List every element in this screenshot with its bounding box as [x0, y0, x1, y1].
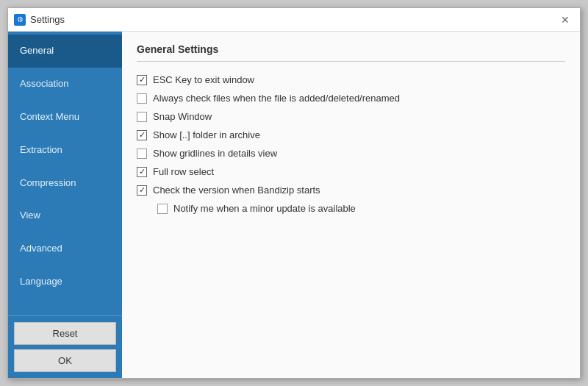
label-check-version: Check the version when Bandizip starts: [153, 185, 320, 196]
label-show-gridlines: Show gridlines in details view: [153, 148, 277, 159]
content-area: General Association Context Menu Extract…: [8, 32, 580, 378]
label-check-files: Always check files when the file is adde…: [153, 93, 400, 104]
reset-button[interactable]: Reset: [14, 322, 116, 345]
setting-row-snap-window: Snap Window: [137, 107, 565, 126]
panel-title: General Settings: [137, 43, 565, 62]
checkbox-check-version[interactable]: [137, 185, 147, 196]
sidebar-buttons: Reset OK: [8, 315, 122, 378]
label-show-folder: Show [..] folder in archive: [153, 129, 260, 140]
checkbox-full-row[interactable]: [137, 167, 147, 177]
settings-window: ⚙ Settings ✕ General Association Context…: [7, 7, 581, 379]
sidebar-item-compression[interactable]: Compression: [8, 167, 122, 200]
label-minor-update: Notify me when a minor update is availab…: [173, 203, 356, 214]
sidebar-item-language[interactable]: Language: [8, 265, 122, 299]
setting-row-full-row: Full row select: [137, 162, 565, 181]
checkbox-check-files[interactable]: [137, 93, 147, 104]
sidebar-item-association[interactable]: Association: [8, 68, 122, 101]
sidebar-item-view[interactable]: View: [8, 199, 122, 232]
setting-row-minor-update: Notify me when a minor update is availab…: [137, 199, 565, 218]
label-esc-exit: ESC Key to exit window: [153, 74, 254, 85]
label-snap-window: Snap Window: [153, 111, 212, 122]
setting-row-esc-exit: ESC Key to exit window: [137, 71, 565, 89]
title-bar: ⚙ Settings ✕: [8, 8, 580, 32]
sidebar-nav: General Association Context Menu Extract…: [8, 32, 122, 315]
checkbox-minor-update[interactable]: [157, 204, 168, 214]
main-panel: General Settings ESC Key to exit window …: [122, 32, 580, 378]
close-button[interactable]: ✕: [556, 11, 574, 29]
sidebar-item-general[interactable]: General: [8, 35, 122, 68]
setting-row-show-folder: Show [..] folder in archive: [137, 126, 565, 144]
app-icon: ⚙: [14, 14, 26, 26]
sidebar: General Association Context Menu Extract…: [8, 32, 122, 378]
settings-list: ESC Key to exit window Always check file…: [137, 71, 565, 218]
ok-button[interactable]: OK: [14, 349, 116, 372]
setting-row-check-version: Check the version when Bandizip starts: [137, 181, 565, 199]
setting-row-show-gridlines: Show gridlines in details view: [137, 144, 565, 162]
checkbox-snap-window[interactable]: [137, 112, 147, 122]
setting-row-check-files: Always check files when the file is adde…: [137, 89, 565, 107]
checkbox-show-folder[interactable]: [137, 130, 147, 140]
checkbox-esc-exit[interactable]: [137, 75, 147, 85]
sidebar-item-advanced[interactable]: Advanced: [8, 232, 122, 265]
label-full-row: Full row select: [153, 166, 214, 177]
window-title: Settings: [30, 14, 556, 25]
sidebar-item-extraction[interactable]: Extraction: [8, 134, 122, 167]
sidebar-item-context-menu[interactable]: Context Menu: [8, 101, 122, 134]
checkbox-show-gridlines[interactable]: [137, 149, 147, 159]
